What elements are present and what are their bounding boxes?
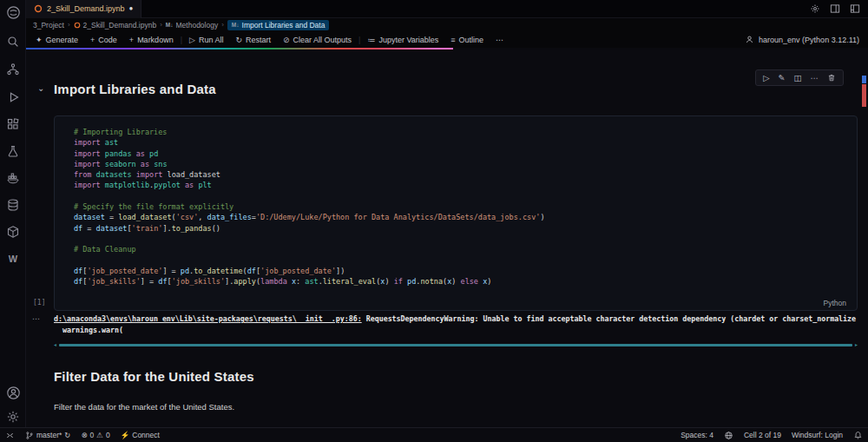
breadcrumb-file[interactable]: 2_Skill_Demand.ipynb: [74, 21, 157, 30]
code-line[interactable]: import pandas as pd: [74, 149, 848, 160]
run-cell-icon[interactable]: ▷: [763, 74, 769, 82]
connect-item[interactable]: ⚡ Connect: [115, 428, 165, 442]
code-line[interactable]: [74, 256, 848, 267]
search-icon[interactable]: [3, 31, 23, 52]
code-line[interactable]: dataset = load_dataset('csv', data_files…: [74, 213, 848, 223]
next-markdown-heading: Filter Data for the United States: [54, 369, 254, 384]
more-icon: ⋯: [496, 36, 503, 44]
problems-item[interactable]: ⊗ 0 ⚠ 0: [76, 428, 115, 442]
customize-layout-icon[interactable]: [850, 3, 860, 14]
run-all-icon: ▷: [189, 36, 195, 44]
notebook-toolbar: ✦ Generate + Code + Markdown | ▷ Run All…: [26, 31, 868, 48]
code-line[interactable]: df = dataset['train'].to_pandas(): [74, 224, 848, 234]
git-branch-item[interactable]: master* ↻: [20, 428, 76, 442]
next-markdown-paragraph: Filter the data for the market of the Un…: [54, 402, 234, 412]
breadcrumb-separator: ›: [68, 21, 70, 29]
cell-output: d:\anaconda3\envs\haroun_env\Lib\site-pa…: [54, 313, 861, 338]
tab-title: 2_Skill_Demand.ipynb: [47, 4, 125, 13]
kernel-picker[interactable]: haroun_env (Python 3.12.11): [745, 35, 868, 44]
notebook-file-icon: [74, 22, 81, 29]
code-line[interactable]: from datasets import load_dataset: [74, 170, 848, 181]
output-horizontal-scrollbar[interactable]: ◂ ▸: [54, 343, 858, 347]
code-line[interactable]: # Data Cleanup: [74, 245, 848, 255]
add-code-button[interactable]: + Code: [84, 31, 123, 48]
add-markdown-button[interactable]: + Markdown: [123, 31, 180, 48]
indentation-item[interactable]: Spaces: 4: [675, 428, 719, 442]
code-line[interactable]: [74, 234, 848, 245]
output-collapse-icon[interactable]: ⋯: [32, 314, 40, 323]
split-cell-icon[interactable]: ◫: [794, 74, 802, 82]
settings-gear-icon[interactable]: [3, 406, 23, 427]
breadcrumb-project[interactable]: 3_Project: [33, 21, 64, 30]
activity-bar: W: [0, 0, 26, 427]
generate-button[interactable]: ✦ Generate: [30, 31, 84, 48]
language-globe-item[interactable]: [719, 428, 739, 442]
markdown-icon: M↓: [166, 22, 174, 28]
docker-icon[interactable]: [3, 168, 23, 188]
output-warning-text: RequestsDependencyWarning: Unable to fin…: [362, 314, 856, 323]
plus-icon: +: [90, 36, 95, 44]
scrollbar-thumb[interactable]: [59, 344, 852, 346]
restart-icon: ↻: [235, 36, 242, 44]
scroll-right-icon[interactable]: ▸: [855, 343, 858, 347]
testing-beaker-icon[interactable]: [3, 141, 23, 162]
tab-2-skill-demand[interactable]: 2_Skill_Demand.ipynb ●: [26, 0, 141, 18]
breadcrumb: 3_Project › 2_Skill_Demand.ipynb › M↓ Me…: [26, 18, 868, 31]
restart-button[interactable]: ↻ Restart: [229, 31, 277, 48]
app-logo-icon[interactable]: [3, 2, 23, 23]
output-file-link[interactable]: d:\anaconda3\envs\haroun_env\Lib\site-pa…: [54, 314, 362, 323]
delete-cell-icon[interactable]: [827, 73, 836, 82]
toolbar-more-button[interactable]: ⋯: [490, 31, 510, 48]
unsaved-dot-icon[interactable]: ●: [129, 5, 134, 12]
code-line[interactable]: df['job_posted_date'] = pd.to_datetime(d…: [74, 267, 848, 277]
cell-more-icon[interactable]: ⋯: [811, 74, 819, 82]
clear-all-outputs-button[interactable]: ⊘ Clear All Outputs: [277, 31, 358, 48]
run-debug-icon[interactable]: [3, 87, 23, 108]
cell-position-item[interactable]: Cell 2 of 19: [739, 428, 786, 442]
globe-icon: [724, 431, 733, 440]
outline-button[interactable]: ≡ Outline: [444, 31, 490, 48]
jupyter-variables-button[interactable]: ≔ Jupyter Variables: [361, 31, 444, 48]
notebook-file-icon: [34, 4, 43, 13]
split-editor-icon[interactable]: [830, 3, 840, 14]
edit-cell-icon[interactable]: ✎: [779, 74, 786, 82]
code-line[interactable]: import matplotlib.pyplot as plt: [74, 181, 848, 191]
database-icon[interactable]: [3, 195, 23, 215]
run-all-button[interactable]: ▷ Run All: [183, 31, 229, 48]
account-icon[interactable]: [3, 382, 23, 403]
cell-language-picker[interactable]: Python: [824, 299, 846, 307]
plus-icon: +: [129, 36, 134, 44]
code-line[interactable]: # Importing Libraries: [74, 128, 848, 138]
code-lines[interactable]: # Importing Librariesimport astimport pa…: [55, 116, 857, 287]
outline-icon: ≡: [450, 36, 455, 44]
status-bar: master* ↻ ⊗ 0 ⚠ 0 ⚡ Connect Spaces: 4 Ce…: [0, 427, 868, 442]
windsurf-login-item[interactable]: Windsurf: Login: [786, 428, 848, 442]
breadcrumb-import-section[interactable]: M↓ Import Libraries and Data: [227, 20, 330, 30]
code-cell: # Importing Librariesimport astimport pa…: [54, 115, 858, 311]
collapse-chevron-icon[interactable]: ⌄: [37, 83, 44, 93]
code-line[interactable]: import ast: [74, 138, 848, 148]
cell-toolbar: ▷ ✎ ◫ ⋯: [755, 69, 844, 86]
code-line[interactable]: import seaborn as sns: [74, 160, 848, 170]
package-icon[interactable]: [3, 221, 23, 242]
notifications-bell-item[interactable]: [848, 428, 868, 442]
scroll-left-icon[interactable]: ◂: [54, 343, 56, 347]
bell-icon: [853, 431, 863, 440]
source-control-graph-icon[interactable]: [3, 59, 23, 80]
output-line-1: d:\anaconda3\envs\haroun_env\Lib\site-pa…: [54, 313, 861, 325]
scrollbar-track: [59, 344, 852, 346]
output-line-2: warnings.warn(: [54, 325, 861, 336]
code-line[interactable]: # Specify the file format explicitly: [74, 202, 848, 213]
breadcrumb-methodology[interactable]: M↓ Methodology: [166, 21, 218, 30]
code-line[interactable]: df['job_skills'] = df['job_skills'].appl…: [74, 277, 848, 287]
extensions-icon[interactable]: [3, 114, 23, 135]
windsurf-w-icon[interactable]: W: [3, 248, 23, 269]
toggle-panel-gear-icon[interactable]: [810, 3, 820, 14]
remote-indicator[interactable]: [0, 428, 20, 442]
overview-ruler-mark-blue: [862, 76, 866, 83]
overview-ruler-mark-red: [862, 84, 866, 107]
markdown-icon: M↓: [232, 22, 240, 28]
code-line[interactable]: [74, 192, 848, 202]
git-branch-icon: [25, 431, 34, 440]
status-bar-right: Spaces: 4 Cell 2 of 19 Windsurf: Login: [675, 428, 868, 442]
